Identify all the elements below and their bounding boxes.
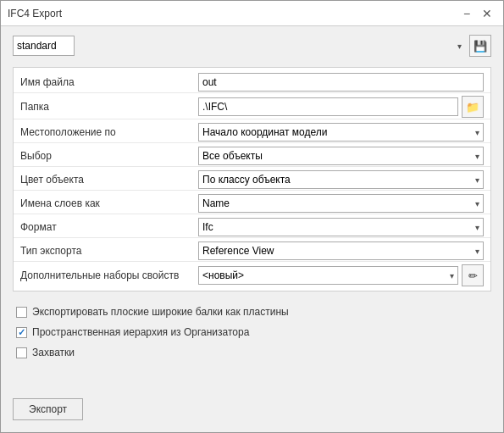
checkmark-1: ✓ bbox=[18, 327, 25, 338]
preset-select[interactable]: standard bbox=[13, 36, 75, 56]
field-layers: Name bbox=[198, 194, 484, 213]
select-property-sets-wrapper: <новый> bbox=[198, 266, 458, 285]
checkbox-label-2: Захватки bbox=[32, 347, 75, 358]
select-color-wrapper: По классу объекта bbox=[198, 170, 484, 189]
field-format: Ifc bbox=[198, 218, 484, 236]
checkbox-label-1: Пространственная иерархия из Организатор… bbox=[32, 326, 249, 338]
edit-property-sets-button[interactable]: ✏ bbox=[462, 264, 484, 286]
title-bar-left: IFC4 Export bbox=[8, 8, 62, 19]
select-export-type-wrapper: Reference View bbox=[198, 241, 484, 260]
field-filename bbox=[198, 73, 484, 92]
select-format[interactable]: Ifc bbox=[198, 218, 484, 236]
save-preset-button[interactable]: 💾 bbox=[469, 35, 491, 57]
select-property-sets[interactable]: <новый> bbox=[198, 266, 458, 285]
checkbox-label-0: Экспортировать плоские широкие балки как… bbox=[32, 306, 289, 318]
preset-select-wrapper: standard bbox=[13, 36, 466, 56]
select-color[interactable]: По классу объекта bbox=[198, 170, 484, 189]
label-color: Цвет объекта bbox=[20, 174, 198, 186]
field-export-type: Reference View bbox=[198, 241, 484, 260]
label-folder: Папка bbox=[20, 101, 198, 113]
field-property-sets: <новый> ✏ bbox=[198, 264, 484, 286]
form-row-filename: Имя файла bbox=[14, 71, 490, 93]
label-property-sets: Дополнительные наборы свойств bbox=[20, 269, 198, 281]
form-row-color: Цвет объекта По классу объекта bbox=[14, 169, 490, 191]
select-location-wrapper: Начало координат модели bbox=[198, 123, 484, 142]
form-row-folder: Папка 📁 bbox=[14, 95, 490, 119]
browse-folder-button[interactable]: 📁 bbox=[462, 96, 484, 118]
checkbox-row-1[interactable]: ✓ Пространственная иерархия из Организат… bbox=[13, 324, 491, 341]
select-location[interactable]: Начало координат модели bbox=[198, 123, 484, 142]
checkbox-2[interactable] bbox=[16, 347, 27, 358]
export-button[interactable]: Экспорт bbox=[13, 398, 83, 420]
form-section: Имя файла Папка 📁 Местоположение по bbox=[13, 67, 491, 291]
field-location: Начало координат модели bbox=[198, 123, 484, 142]
window-title: IFC4 Export bbox=[8, 8, 62, 19]
minimize-button[interactable]: − bbox=[457, 4, 476, 23]
input-filename[interactable] bbox=[198, 73, 484, 92]
checkbox-row-0[interactable]: Экспортировать плоские широкие балки как… bbox=[13, 303, 491, 320]
label-format: Формат bbox=[20, 221, 198, 233]
title-bar: IFC4 Export − ✕ bbox=[1, 1, 503, 26]
field-selection: Все объекты bbox=[198, 147, 484, 165]
form-row-format: Формат Ifc bbox=[14, 216, 490, 238]
checkbox-1[interactable]: ✓ bbox=[16, 327, 27, 338]
field-color: По классу объекта bbox=[198, 170, 484, 189]
label-filename: Имя файла bbox=[20, 76, 198, 88]
form-row-location: Местоположение по Начало координат модел… bbox=[14, 121, 490, 143]
checkbox-row-2[interactable]: Захватки bbox=[13, 344, 491, 361]
input-folder[interactable] bbox=[198, 97, 458, 116]
form-row-property-sets: Дополнительные наборы свойств <новый> ✏ bbox=[14, 264, 490, 287]
preset-row: standard 💾 bbox=[13, 35, 491, 57]
title-bar-controls: − ✕ bbox=[457, 4, 496, 23]
select-format-wrapper: Ifc bbox=[198, 218, 484, 236]
content-area: standard 💾 Имя файла Папка 📁 bbox=[1, 26, 503, 391]
select-export-type[interactable]: Reference View bbox=[198, 241, 484, 260]
main-window: IFC4 Export − ✕ standard 💾 Имя файла bbox=[0, 0, 504, 433]
checkboxes-section: Экспортировать плоские широкие балки как… bbox=[13, 298, 491, 366]
form-row-export-type: Тип экспорта Reference View bbox=[14, 240, 490, 262]
select-selection[interactable]: Все объекты bbox=[198, 147, 484, 165]
label-location: Местоположение по bbox=[20, 126, 198, 138]
close-button[interactable]: ✕ bbox=[478, 4, 496, 23]
label-layers: Имена слоев как bbox=[20, 197, 198, 209]
form-row-selection: Выбор Все объекты bbox=[14, 145, 490, 167]
select-selection-wrapper: Все объекты bbox=[198, 147, 484, 165]
label-selection: Выбор bbox=[20, 150, 198, 162]
form-row-layers: Имена слоев как Name bbox=[14, 192, 490, 214]
select-layers-wrapper: Name bbox=[198, 194, 484, 213]
select-layers[interactable]: Name bbox=[198, 194, 484, 213]
field-folder: 📁 bbox=[198, 96, 484, 118]
label-export-type: Тип экспорта bbox=[20, 245, 198, 257]
checkbox-0[interactable] bbox=[16, 307, 27, 318]
bottom-area: Экспорт bbox=[1, 391, 503, 432]
